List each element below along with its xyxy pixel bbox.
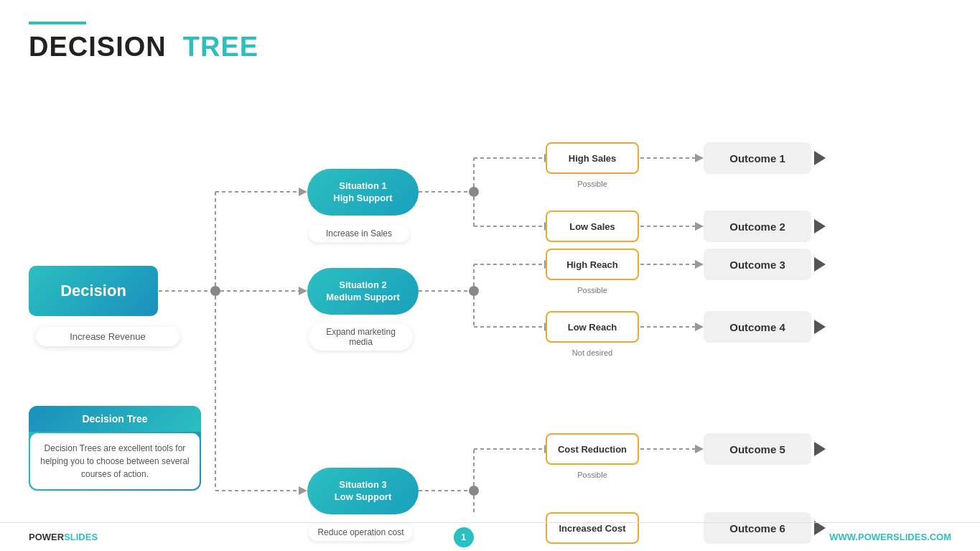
sit2-label: Expand marketing media <box>309 323 413 351</box>
chance-box-high-reach: High Reach Possible <box>546 249 639 280</box>
info-box-body: Decision Trees are excellent tools for h… <box>30 433 200 489</box>
svg-point-35 <box>469 486 479 496</box>
situation-2-node: Situation 2 Medium Support <box>307 268 419 315</box>
svg-point-11 <box>469 187 479 197</box>
sit2-line2: Medium Support <box>326 292 400 304</box>
outcome-3-arrow <box>814 257 826 272</box>
footer: POWERSLIDES 1 WWW.POWERSLIDES.COM <box>0 522 980 551</box>
outcome-4-box: Outcome 4 <box>704 311 811 343</box>
low-sales-label: Low Sales <box>569 221 615 232</box>
chance-box-low-reach: Low Reach Not desired <box>546 311 639 343</box>
title-teal: TREE <box>183 32 258 62</box>
diagram-area: Decision Increase Revenue Decision Tree … <box>29 72 951 515</box>
chance-box-cost-reduction: Cost Reduction Possible <box>546 433 639 465</box>
decision-sub-label: Increase Revenue <box>36 327 179 346</box>
decision-label: Decision <box>60 282 126 300</box>
info-box: Decision Tree Decision Trees are excelle… <box>29 406 201 491</box>
sit1-line2: High Support <box>333 193 392 205</box>
outcome-1-label: Outcome 1 <box>729 152 785 165</box>
high-reach-sub: Possible <box>577 286 607 295</box>
high-sales-label: High Sales <box>569 153 616 164</box>
footer-brand: POWERSLIDES <box>29 532 98 542</box>
outcome-3-box: Outcome 3 <box>704 249 811 280</box>
footer-power: POWER <box>29 532 64 542</box>
svg-marker-31 <box>695 260 704 269</box>
outcome-4-label: Outcome 4 <box>729 321 785 333</box>
sit1-line1: Situation 1 <box>339 180 386 193</box>
footer-slides: SLIDES <box>64 532 98 542</box>
header-bar <box>29 22 86 24</box>
title-black: DECISION <box>29 32 167 62</box>
outcome-1-arrow <box>814 151 826 165</box>
svg-marker-4 <box>299 187 307 196</box>
page-title: DECISION TREE <box>29 32 951 62</box>
situation-1-node: Situation 1 High Support <box>307 169 419 216</box>
outcome-5-label: Outcome 5 <box>729 443 785 455</box>
situation-3-node: Situation 3 Low Support <box>307 468 419 514</box>
sit2-line1: Situation 2 <box>339 279 386 292</box>
sit3-line1: Situation 3 <box>339 479 386 491</box>
outcome-1-box: Outcome 1 <box>704 142 811 174</box>
high-sales-sub: Possible <box>577 180 607 188</box>
high-reach-label: High Reach <box>566 259 618 270</box>
svg-point-23 <box>469 286 479 296</box>
svg-marker-9 <box>299 486 307 495</box>
cost-reduction-label: Cost Reduction <box>558 444 627 455</box>
sit3-line2: Low Support <box>335 491 391 504</box>
cost-reduction-sub: Possible <box>577 471 607 479</box>
sit1-label: Increase in Sales <box>309 225 409 242</box>
svg-point-1 <box>210 286 220 296</box>
low-reach-label: Low Reach <box>568 322 617 333</box>
svg-marker-43 <box>695 445 704 453</box>
svg-marker-21 <box>695 222 704 231</box>
outcome-2-arrow <box>814 219 826 233</box>
outcome-4-arrow <box>814 320 826 334</box>
low-reach-sub: Not desired <box>572 348 612 357</box>
outcome-5-box: Outcome 5 <box>704 433 811 465</box>
chance-box-low-sales: Low Sales Not desired <box>546 210 639 242</box>
svg-marker-6 <box>299 287 307 295</box>
outcome-2-label: Outcome 2 <box>729 221 785 233</box>
outcome-3-label: Outcome 3 <box>729 259 785 271</box>
svg-marker-19 <box>695 154 704 162</box>
outcome-5-arrow <box>814 442 826 456</box>
footer-page-number: 1 <box>454 527 474 547</box>
outcome-2-box: Outcome 2 <box>704 210 811 242</box>
chance-box-high-sales: High Sales Possible <box>546 142 639 174</box>
svg-marker-33 <box>695 323 704 331</box>
footer-url: WWW.POWERSLIDES.COM <box>829 532 951 542</box>
decision-node: Decision <box>29 266 158 316</box>
info-box-title: Decision Tree <box>29 406 201 432</box>
